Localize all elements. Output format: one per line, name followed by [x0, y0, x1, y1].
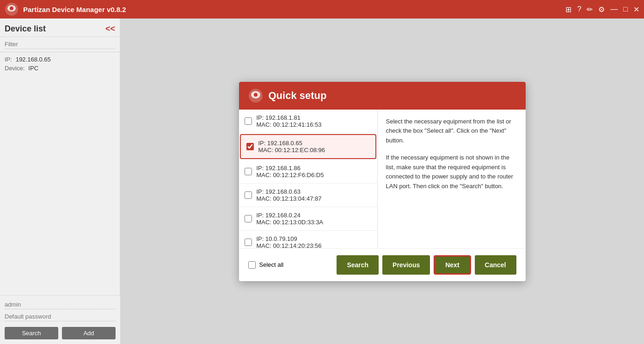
device-info-row: Device: IPC — [5, 65, 115, 72]
password-input[interactable] — [5, 312, 116, 321]
cancel-button[interactable]: Cancel — [475, 255, 516, 275]
username-input[interactable] — [5, 300, 116, 309]
footer-buttons: Search Previous Next Cancel — [337, 255, 516, 275]
sidebar-bottom: Search Add — [0, 295, 120, 344]
quick-setup-modal: Quick setup IP: 192.168.1.81MAC: 00:12:1… — [239, 82, 526, 281]
device-item-info-4: IP: 192.168.0.24MAC: 00:12:13:0D:33:3A — [257, 212, 324, 226]
modal-body: IP: 192.168.1.81MAC: 00:12:12:41:16:53IP… — [239, 110, 526, 248]
device-checkbox-2[interactable] — [245, 168, 252, 175]
sidebar-header: Device list << — [0, 18, 120, 37]
device-list-panel: IP: 192.168.1.81MAC: 00:12:12:41:16:53IP… — [239, 110, 378, 248]
device-item-info-2: IP: 192.168.1.86MAC: 00:12:12:F6:D6:D5 — [257, 165, 324, 178]
device-mac-4: MAC: 00:12:13:0D:33:3A — [257, 219, 324, 226]
edit-icon[interactable]: ✏ — [587, 5, 593, 14]
modal-overlay: Quick setup IP: 192.168.1.81MAC: 00:12:1… — [120, 18, 644, 344]
device-ip-2: IP: 192.168.1.86 — [257, 165, 324, 172]
search-button[interactable]: Search — [5, 327, 58, 339]
main-layout: Device list << IP: 192.168.0.65 Device: … — [0, 18, 644, 344]
device-list-item[interactable]: IP: 192.168.0.63MAC: 00:12:13:04:47:87 — [239, 184, 377, 207]
sidebar-buttons: Search Add — [5, 327, 116, 339]
minimize-icon[interactable]: — — [610, 5, 618, 13]
info-text-1: Select the necessary equipment from the … — [386, 117, 517, 146]
device-mac-3: MAC: 00:12:13:04:47:87 — [257, 195, 322, 202]
app-title: Partizan Device Manager v0.8.2 — [23, 6, 565, 13]
ip-value: 192.168.0.65 — [16, 56, 51, 63]
select-all-row: Select all — [248, 261, 333, 269]
device-item-info-3: IP: 192.168.0.63MAC: 00:12:13:04:47:87 — [257, 188, 322, 202]
device-ip-5: IP: 10.0.79.109 — [257, 235, 322, 242]
modal-logo — [248, 88, 263, 103]
sidebar-device-info: IP: 192.168.0.65 Device: IPC — [0, 52, 120, 77]
sidebar-filter-area — [0, 37, 120, 52]
device-mac-1: MAC: 00:12:12:EC:08:96 — [258, 147, 325, 154]
device-list-item[interactable]: IP: 10.0.79.109MAC: 00:12:14:20:23:56 — [239, 231, 377, 248]
device-ip-1: IP: 192.168.0.65 — [258, 140, 325, 147]
device-checkbox-4[interactable] — [245, 215, 252, 222]
previous-button[interactable]: Previous — [382, 255, 430, 275]
device-checkbox-1[interactable] — [246, 143, 254, 150]
next-button[interactable]: Next — [434, 255, 471, 275]
sidebar-title: Device list — [5, 24, 46, 34]
svg-point-2 — [10, 6, 13, 10]
device-list-item[interactable]: IP: 192.168.1.86MAC: 00:12:12:F6:D6:D5 — [239, 160, 377, 184]
device-checkbox-5[interactable] — [245, 239, 252, 246]
device-item-info-1: IP: 192.168.0.65MAC: 00:12:12:EC:08:96 — [258, 140, 325, 154]
device-mac-0: MAC: 00:12:12:41:16:53 — [257, 121, 322, 128]
device-list-item[interactable]: IP: 192.168.0.24MAC: 00:12:13:0D:33:3A — [239, 207, 377, 231]
device-ip-0: IP: 192.168.1.81 — [257, 114, 322, 121]
device-checkbox-0[interactable] — [245, 117, 252, 125]
device-value: IPC — [28, 65, 38, 72]
add-button[interactable]: Add — [62, 327, 116, 339]
app-logo — [5, 2, 18, 16]
info-text-2: If the necessary equipment is not shown … — [386, 153, 517, 191]
sidebar-collapse-button[interactable]: << — [105, 24, 115, 34]
device-ip-3: IP: 192.168.0.63 — [257, 188, 322, 195]
title-bar: Partizan Device Manager v0.8.2 ⊞ ? ✏ ⚙ —… — [0, 0, 644, 18]
device-mac-2: MAC: 00:12:12:F6:D6:D5 — [257, 172, 324, 178]
modal-footer: Select all Search Previous Next Cancel — [239, 248, 526, 281]
select-all-checkbox[interactable] — [248, 261, 256, 269]
content-area: Quick setup IP: 192.168.1.81MAC: 00:12:1… — [120, 18, 644, 344]
device-item-info-5: IP: 10.0.79.109MAC: 00:12:14:20:23:56 — [257, 235, 322, 248]
modal-header: Quick setup — [239, 82, 526, 110]
device-list-item[interactable]: IP: 192.168.0.65MAC: 00:12:12:EC:08:96 — [240, 134, 376, 159]
ip-info-row: IP: 192.168.0.65 — [5, 56, 115, 63]
settings-icon[interactable]: ⚙ — [598, 5, 605, 14]
modal-title: Quick setup — [269, 90, 327, 102]
select-all-label: Select all — [259, 261, 284, 268]
device-checkbox-3[interactable] — [245, 191, 252, 199]
grid-icon[interactable]: ⊞ — [565, 5, 571, 14]
maximize-icon[interactable]: □ — [623, 5, 628, 13]
svg-point-5 — [254, 93, 258, 97]
search-devices-button[interactable]: Search — [337, 255, 379, 275]
ip-label: IP: — [5, 56, 12, 63]
device-label: Device: — [5, 65, 25, 72]
info-panel: Select the necessary equipment from the … — [378, 110, 526, 248]
device-item-info-0: IP: 192.168.1.81MAC: 00:12:12:41:16:53 — [257, 114, 322, 128]
filter-input[interactable] — [5, 40, 115, 49]
close-icon[interactable]: ✕ — [633, 5, 639, 14]
device-ip-4: IP: 192.168.0.24 — [257, 212, 324, 219]
device-mac-5: MAC: 00:12:14:20:23:56 — [257, 242, 322, 248]
device-list-item[interactable]: IP: 192.168.1.81MAC: 00:12:12:41:16:53 — [239, 110, 377, 133]
sidebar: Device list << IP: 192.168.0.65 Device: … — [0, 18, 120, 344]
titlebar-icons: ⊞ ? ✏ ⚙ — □ ✕ — [565, 5, 639, 14]
help-icon[interactable]: ? — [577, 5, 581, 13]
